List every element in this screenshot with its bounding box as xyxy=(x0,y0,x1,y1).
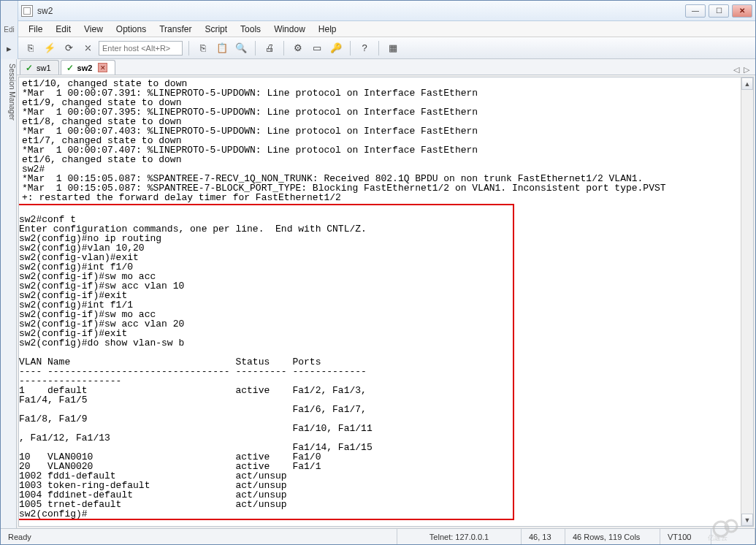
connect-icon[interactable]: ⎘ xyxy=(23,40,39,56)
window-title: sw2 xyxy=(37,6,685,16)
check-icon: ✓ xyxy=(25,64,34,72)
status-connection: Telnet: 127.0.0.1 xyxy=(397,529,522,544)
scroll-up-icon[interactable]: ▲ xyxy=(741,77,753,90)
left-strip-menu: Edi xyxy=(1,21,18,37)
menu-script[interactable]: Script xyxy=(199,23,233,36)
menu-window[interactable]: Window xyxy=(268,23,311,36)
menu-view[interactable]: View xyxy=(78,23,109,36)
tab-close-icon[interactable]: ✕ xyxy=(98,63,107,72)
menu-options[interactable]: Options xyxy=(110,23,152,36)
menu-tools[interactable]: Tools xyxy=(234,23,267,36)
body-row: Session Manager ✓ sw1 ✓ sw2 ✕ ◁ ▷ et1/10… xyxy=(1,59,755,528)
left-strip-toolbar: ▸ xyxy=(1,37,18,59)
status-empty xyxy=(711,529,755,544)
toolbar-separator xyxy=(255,41,256,56)
session-icon[interactable]: ▭ xyxy=(309,40,325,56)
toolbar-separator xyxy=(378,41,379,56)
key-icon[interactable]: 🔑 xyxy=(328,40,344,56)
help-icon[interactable]: ? xyxy=(356,40,373,56)
tab-sw2[interactable]: ✓ sw2 ✕ xyxy=(61,60,116,75)
disconnect-icon[interactable]: ⤫ xyxy=(80,40,96,56)
tab-bar: ✓ sw1 ✓ sw2 ✕ ◁ ▷ xyxy=(17,59,755,75)
quick-connect-icon[interactable]: ⚡ xyxy=(42,40,58,56)
terminal-output-highlighted: sw2#conf t Enter configuration commands,… xyxy=(18,204,514,520)
window-controls: — ☐ ✕ xyxy=(685,4,752,18)
tab-label: sw1 xyxy=(37,64,51,72)
menu-edit[interactable]: Edit xyxy=(50,23,77,36)
tab-sw1[interactable]: ✓ sw1 xyxy=(20,60,59,75)
maximize-button[interactable]: ☐ xyxy=(709,4,729,18)
status-ready: Ready xyxy=(1,529,397,544)
status-bar: Ready Telnet: 127.0.0.1 46, 13 46 Rows, … xyxy=(1,528,755,544)
tab-prev-icon[interactable]: ◁ xyxy=(733,65,739,75)
scroll-track[interactable] xyxy=(741,90,753,514)
menu-bar: File Edit View Options Transfer Script T… xyxy=(18,21,755,37)
main-area: ✓ sw1 ✓ sw2 ✕ ◁ ▷ et1/10, changed state … xyxy=(17,59,755,528)
copy-icon[interactable]: ⎘ xyxy=(195,40,211,56)
menu-file[interactable]: File xyxy=(23,23,48,36)
options-icon[interactable]: ⚙ xyxy=(290,40,306,56)
paste-icon[interactable]: 📋 xyxy=(214,40,230,56)
status-term-size: 46 Rows, 119 Cols xyxy=(565,529,660,544)
check-icon: ✓ xyxy=(66,64,75,72)
app-window: sw2 — ☐ ✕ Edi File Edit View Options Tra… xyxy=(0,0,756,545)
toolbar-separator xyxy=(350,41,351,56)
app-icon xyxy=(21,5,33,17)
close-button[interactable]: ✕ xyxy=(732,4,752,18)
left-toggle-icon[interactable]: ▸ xyxy=(1,40,18,56)
tab-next-icon[interactable]: ▷ xyxy=(744,65,749,75)
print-icon[interactable]: 🖨 xyxy=(261,40,278,56)
session-manager-panel[interactable]: Session Manager xyxy=(1,59,17,528)
toolbar: ⎘ ⚡ ⟳ ⤫ ⎘ 📋 🔍 🖨 ⚙ ▭ 🔑 ? ▦ xyxy=(18,37,755,59)
left-strip xyxy=(1,1,18,21)
terminal-output-top: et1/10, changed state to down *Mar 1 00:… xyxy=(19,77,753,204)
find-icon[interactable]: 🔍 xyxy=(233,40,249,56)
status-cursor-pos: 46, 13 xyxy=(522,529,565,544)
tile-icon[interactable]: ▦ xyxy=(385,40,401,56)
host-input[interactable] xyxy=(99,41,183,56)
tab-label: sw2 xyxy=(77,64,93,72)
toolbar-separator xyxy=(283,41,284,56)
terminal-area[interactable]: et1/10, changed state to down *Mar 1 00:… xyxy=(18,77,754,527)
menu-help[interactable]: Help xyxy=(313,23,343,36)
tab-nav: ◁ ▷ xyxy=(733,65,755,75)
reconnect-icon[interactable]: ⟳ xyxy=(61,40,77,56)
toolbar-separator xyxy=(188,41,189,56)
status-term-type: VT100 xyxy=(660,529,711,544)
menu-transfer[interactable]: Transfer xyxy=(153,23,197,36)
minimize-button[interactable]: — xyxy=(685,4,706,18)
title-bar: sw2 — ☐ ✕ xyxy=(18,1,755,21)
scrollbar-vertical[interactable]: ▲ ▼ xyxy=(741,77,753,526)
scroll-down-icon[interactable]: ▼ xyxy=(741,514,753,526)
